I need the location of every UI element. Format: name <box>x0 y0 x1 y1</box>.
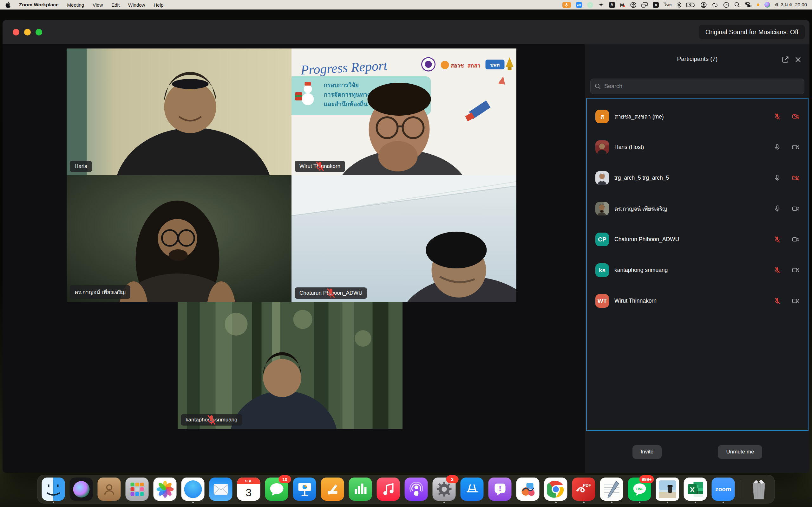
video-on-icon[interactable] <box>792 267 799 274</box>
user-account-status-icon[interactable] <box>701 2 707 8</box>
video-on-icon[interactable] <box>792 144 799 151</box>
input-language-indicator[interactable]: ไทย <box>664 2 671 8</box>
control-center-icon[interactable] <box>745 2 752 8</box>
time-machine-status-icon[interactable]: ! <box>723 2 729 8</box>
tile-name-label: Haris <box>70 161 92 172</box>
dock-mail-icon[interactable] <box>209 477 233 501</box>
video-tile-dr-kan[interactable]: ดร.กาญจน์ เพียรเจริญ <box>67 175 292 302</box>
dock-contacts-icon[interactable] <box>98 477 121 501</box>
zoom-status-icon[interactable]: zm <box>576 2 582 8</box>
tile-name-label: kantaphong srimuang <box>181 414 242 426</box>
battery-status-icon[interactable] <box>686 2 696 8</box>
dock-text-editor-icon[interactable] <box>600 477 623 501</box>
dock-feedback-icon[interactable]: ! <box>489 477 512 501</box>
close-window-button[interactable] <box>13 29 19 36</box>
original-sound-toggle[interactable]: Original Sound for Musicians: Off <box>699 25 805 39</box>
personal-hotspot-status-icon[interactable] <box>712 2 718 8</box>
dock-finder-icon[interactable] <box>42 477 65 501</box>
menubar-clock[interactable]: ศ. 3 ม.ค. 20:00 <box>775 1 807 9</box>
accessibility-status-icon[interactable] <box>630 2 636 8</box>
shell-app-icon[interactable] <box>598 2 604 8</box>
minimize-window-button[interactable] <box>24 29 31 36</box>
invite-button[interactable]: Invite <box>632 445 662 459</box>
notion-status-icon[interactable]: n <box>653 2 659 8</box>
participant-name: trg_arch_5 trg_arch_5 <box>614 175 669 181</box>
video-off-icon[interactable] <box>792 174 799 181</box>
dock-podcasts-icon[interactable] <box>405 477 428 501</box>
mic-muted-icon[interactable] <box>774 113 781 120</box>
menubar-app-name[interactable]: Zoom Workplace <box>19 2 59 8</box>
participant-row[interactable]: ดร.กาญจน์ เพียรเจริญ <box>587 193 808 224</box>
dock-launchpad-icon[interactable] <box>125 477 149 501</box>
dock-zoom-icon[interactable]: zoom <box>712 477 735 501</box>
close-panel-icon[interactable] <box>794 56 802 63</box>
menu-window[interactable]: Window <box>128 2 145 8</box>
dock-minimized-window-icon[interactable] <box>656 477 679 501</box>
dock-chrome-icon[interactable] <box>544 477 567 501</box>
video-tile-haris[interactable]: Haris <box>67 49 292 175</box>
spotlight-search-icon[interactable] <box>734 2 740 8</box>
bluetooth-status-icon[interactable] <box>677 2 681 8</box>
window-titlebar[interactable]: Original Sound for Musicians: Off <box>3 20 809 44</box>
dock-trash-icon[interactable] <box>747 477 770 501</box>
fullscreen-window-button[interactable] <box>36 29 42 36</box>
dr-kan-video-art <box>67 175 292 302</box>
video-tile-kantaphong[interactable]: kantaphong srimuang <box>177 302 403 429</box>
dock-keynote-icon[interactable] <box>293 477 316 501</box>
mic-muted-icon[interactable] <box>774 236 781 243</box>
mic-in-use-indicator[interactable] <box>562 2 571 8</box>
siri-icon[interactable] <box>764 2 770 8</box>
avatar <box>595 140 609 154</box>
video-tile-chaturun[interactable]: Chaturun Phiboon_ADWU <box>292 175 516 302</box>
video-on-icon[interactable] <box>792 236 799 243</box>
video-on-icon[interactable] <box>792 297 799 304</box>
muted-mic-icon <box>181 414 242 426</box>
dock-photos-icon[interactable] <box>154 477 177 501</box>
participant-list[interactable]: ส สายชล_สงขลา (me) Haris (Host) <box>586 98 809 431</box>
menu-view[interactable]: View <box>93 2 103 8</box>
dock-siri-icon[interactable] <box>70 477 93 501</box>
menu-edit[interactable]: Edit <box>111 2 119 8</box>
dock-settings-icon[interactable]: 2 <box>433 477 456 501</box>
line-status-icon[interactable]: ● <box>587 2 593 8</box>
participant-row[interactable]: ส สายชล_สงขลา (me) <box>587 101 808 132</box>
mic-on-icon[interactable] <box>774 174 781 181</box>
mic-muted-icon[interactable] <box>774 297 781 304</box>
screen-mirroring-status-icon[interactable] <box>641 2 648 8</box>
muted-mic-icon <box>295 287 367 299</box>
muted-mic-icon <box>295 161 345 172</box>
search-input[interactable] <box>604 83 800 90</box>
unmute-me-button[interactable]: Unmute me <box>718 445 762 459</box>
menu-meeting[interactable]: Meeting <box>67 2 84 8</box>
dock-calendar-icon[interactable]: ม.ค.3 <box>237 477 260 501</box>
popout-panel-icon[interactable] <box>781 56 789 63</box>
video-grid: Haris Progress Report สอวช สกสว บพท <box>3 44 585 473</box>
participant-row[interactable]: Haris (Host) <box>587 132 808 163</box>
video-tile-wirut[interactable]: Progress Report สอวช สกสว บพท กรอบการวิจ… <box>292 49 516 175</box>
dock-pdf-expert-icon[interactable]: PDF <box>572 477 595 501</box>
dock-music-icon[interactable] <box>377 477 400 501</box>
apple-menu-icon[interactable] <box>5 2 10 8</box>
mic-on-icon[interactable] <box>774 205 781 212</box>
dock-excel-icon[interactable]: X <box>684 477 707 501</box>
video-off-icon[interactable] <box>792 113 799 120</box>
avatar: CP <box>595 233 609 246</box>
dock-freeform-icon[interactable] <box>516 477 540 501</box>
participant-row[interactable]: CP Chaturun Phiboon_ADWU <box>587 224 808 255</box>
menu-help[interactable]: Help <box>154 2 163 8</box>
dock-pages-icon[interactable] <box>321 477 344 501</box>
mic-on-icon[interactable] <box>774 144 781 151</box>
participant-row[interactable]: WT Wirut Thinnakorn <box>587 285 808 316</box>
dock-appstore-icon[interactable] <box>461 477 484 501</box>
mic-muted-icon[interactable] <box>774 267 781 274</box>
participant-row[interactable]: ks kantaphong srimuang <box>587 255 808 285</box>
tile-name-label: ดร.กาญจน์ เพียรเจริญ <box>70 285 131 299</box>
video-on-icon[interactable] <box>792 205 799 212</box>
m-app-status-icon[interactable]: M <box>620 2 625 8</box>
dock-line-icon[interactable]: LINE999+ <box>628 477 651 501</box>
dock-messages-icon[interactable]: 10 <box>265 477 288 501</box>
participant-row[interactable]: trg_arch_5 trg_arch_5 <box>587 163 808 193</box>
dock-safari-icon[interactable] <box>182 477 205 501</box>
a-app-status-icon[interactable]: A <box>609 2 615 8</box>
dock-numbers-icon[interactable] <box>349 477 372 501</box>
